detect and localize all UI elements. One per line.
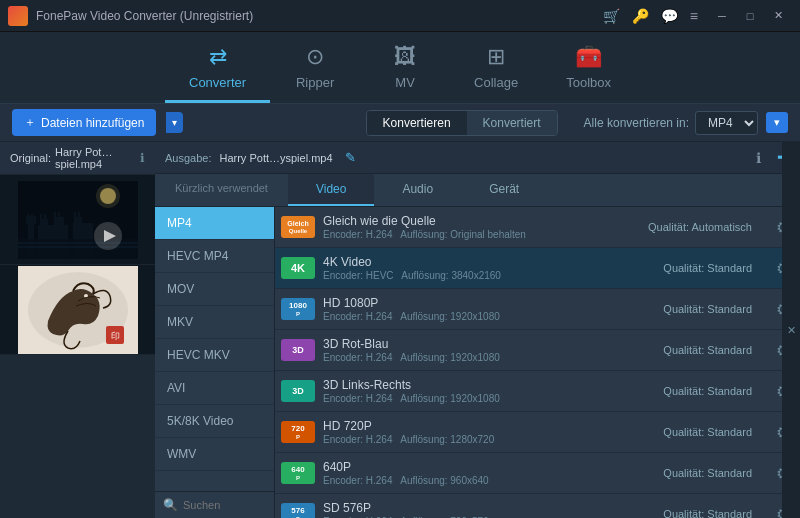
konvertieren-tab[interactable]: Konvertieren	[367, 111, 467, 135]
search-icon: 🔍	[163, 498, 178, 512]
format-badge: 4K	[281, 257, 315, 279]
output-info-icon[interactable]: ℹ	[756, 150, 761, 166]
svg-point-2	[96, 184, 120, 208]
svg-rect-13	[58, 212, 60, 218]
edit-filename-icon[interactable]: ✎	[345, 150, 356, 165]
toolbox-icon: 🧰	[575, 44, 602, 70]
panel-close-button[interactable]: ✕	[782, 142, 800, 518]
sidebar-item-mkv[interactable]: MKV	[155, 306, 274, 339]
format-option-info: HD 1080P Encoder: H.264 Auflösung: 1920x…	[323, 296, 639, 322]
format-panel: Ausgabe: Harry Pott…yspiel.mp4 ✎ ℹ ✚ Kür…	[155, 142, 800, 518]
close-button[interactable]: ✕	[764, 6, 792, 26]
konvertiert-tab[interactable]: Konvertiert	[467, 111, 557, 135]
minimize-button[interactable]: ─	[708, 6, 736, 26]
add-files-button[interactable]: ＋ Dateien hinzufügen	[12, 109, 156, 136]
audio-tab[interactable]: Audio	[374, 174, 461, 206]
search-input[interactable]	[183, 499, 275, 511]
sidebar-item-mp4[interactable]: MP4	[155, 207, 274, 240]
format-option-name: HD 1080P	[323, 296, 639, 310]
format-option-info: HD 720P Encoder: H.264 Auflösung: 1280x7…	[323, 419, 639, 445]
maximize-button[interactable]: □	[736, 6, 764, 26]
svg-rect-12	[54, 212, 56, 218]
original-file-bar: Original: Harry Pot…spiel.mp4 ℹ	[0, 142, 155, 175]
toolbar: ＋ Dateien hinzufügen ▾ Konvertieren Konv…	[0, 104, 800, 142]
tab-toolbox[interactable]: 🧰 Toolbox	[542, 44, 635, 103]
menu-icon[interactable]: ≡	[690, 8, 698, 24]
sidebar-item-mov[interactable]: MOV	[155, 273, 274, 306]
format-option-row[interactable]: 3D3D Rot-Blau Encoder: H.264 Auflösung: …	[275, 330, 800, 371]
add-files-dropdown-button[interactable]: ▾	[166, 112, 183, 133]
main-area: Original: Harry Pot…spiel.mp4 ℹ	[0, 142, 800, 518]
format-option-row[interactable]: 640P640P Encoder: H.264 Auflösung: 960x6…	[275, 453, 800, 494]
thumbnail-1[interactable]	[0, 175, 155, 265]
thumbnail-2[interactable]: 印	[0, 265, 155, 355]
format-option-name: SD 576P	[323, 501, 639, 515]
tab-converter[interactable]: ⇄ Converter	[165, 44, 270, 103]
sidebar-item-wmv[interactable]: WMV	[155, 438, 274, 471]
format-option-detail: Encoder: HEVC Auflösung: 3840x2160	[323, 270, 639, 281]
format-option-row[interactable]: 720PHD 720P Encoder: H.264 Auflösung: 12…	[275, 412, 800, 453]
device-tab[interactable]: Gerät	[461, 174, 547, 206]
format-option-info: SD 576P Encoder: H.264 Auflösung: 720x57…	[323, 501, 639, 518]
tab-mv-label: MV	[395, 75, 415, 90]
format-sidebar: MP4HEVC MP4MOVMKVHEVC MKVAVI5K/8K VideoW…	[155, 207, 275, 518]
svg-rect-16	[74, 212, 76, 218]
format-option-row[interactable]: 3D3D Links-Rechts Encoder: H.264 Auflösu…	[275, 371, 800, 412]
sidebar-item-hevc-mkv[interactable]: HEVC MKV	[155, 339, 274, 372]
collage-icon: ⊞	[487, 44, 505, 70]
tab-ripper-label: Ripper	[296, 75, 334, 90]
svg-rect-17	[78, 212, 80, 218]
svg-rect-11	[44, 214, 46, 220]
output-format-dropdown-button[interactable]: ▾	[766, 112, 788, 133]
format-list-area: MP4HEVC MP4MOVMKVHEVC MKVAVI5K/8K VideoW…	[155, 207, 800, 518]
key-icon[interactable]: 🔑	[632, 8, 649, 24]
format-option-info: 4K Video Encoder: HEVC Auflösung: 3840x2…	[323, 255, 639, 281]
video-tab[interactable]: Video	[288, 174, 374, 206]
format-badge: 576P	[281, 503, 315, 518]
tab-collage-label: Collage	[474, 75, 518, 90]
tab-converter-label: Converter	[189, 75, 246, 90]
sidebar-item-avi[interactable]: AVI	[155, 372, 274, 405]
output-format-select[interactable]: MP4	[695, 111, 758, 135]
output-filename: Harry Pott…yspiel.mp4	[219, 152, 332, 164]
info-icon: ℹ	[140, 151, 145, 165]
cart-icon[interactable]: 🛒	[603, 8, 620, 24]
close-x-icon: ✕	[787, 324, 796, 337]
format-option-info: 3D Links-Rechts Encoder: H.264 Auflösung…	[323, 378, 639, 404]
format-option-info: Gleich wie die Quelle Encoder: H.264 Auf…	[323, 214, 624, 240]
format-option-detail: Encoder: H.264 Auflösung: Original behal…	[323, 229, 624, 240]
format-option-name: 640P	[323, 460, 639, 474]
format-option-name: Gleich wie die Quelle	[323, 214, 624, 228]
sidebar-item-5k/8k-video[interactable]: 5K/8K Video	[155, 405, 274, 438]
mv-icon: 🖼	[394, 44, 416, 70]
chat-icon[interactable]: 💬	[661, 8, 678, 24]
alle-konvertieren-label: Alle konvertieren in:	[584, 116, 689, 130]
tab-mv[interactable]: 🖼 MV	[360, 44, 450, 103]
format-badge: 1080P	[281, 298, 315, 320]
ripper-icon: ⊙	[306, 44, 324, 70]
converter-icon: ⇄	[209, 44, 227, 70]
thumb-2-image: 印	[18, 266, 138, 354]
format-option-name: HD 720P	[323, 419, 639, 433]
format-option-row[interactable]: GleichQuelleGleich wie die Quelle Encode…	[275, 207, 800, 248]
recently-used-tab[interactable]: Kürzlich verwendet	[155, 174, 288, 206]
format-type-tabs: Kürzlich verwendet Video Audio Gerät	[155, 174, 800, 207]
format-option-row[interactable]: 1080PHD 1080P Encoder: H.264 Auflösung: …	[275, 289, 800, 330]
alle-konvertieren-section: Alle konvertieren in: MP4 ▾	[584, 111, 788, 135]
format-option-row[interactable]: 576PSD 576P Encoder: H.264 Auflösung: 72…	[275, 494, 800, 518]
format-option-detail: Encoder: H.264 Auflösung: 1920x1080	[323, 352, 639, 363]
format-option-detail: Encoder: H.264 Auflösung: 1280x720	[323, 434, 639, 445]
tab-ripper[interactable]: ⊙ Ripper	[270, 44, 360, 103]
format-option-quality: Qualität: Standard	[663, 508, 752, 518]
format-option-detail: Encoder: H.264 Auflösung: 1920x1080	[323, 393, 639, 404]
output-file-header: Ausgabe: Harry Pott…yspiel.mp4 ✎ ℹ ✚	[155, 142, 800, 174]
window-controls: ─ □ ✕	[708, 6, 792, 26]
format-option-info: 3D Rot-Blau Encoder: H.264 Auflösung: 19…	[323, 337, 639, 363]
format-option-quality: Qualität: Standard	[663, 303, 752, 315]
app-title: FonePaw Video Converter (Unregistriert)	[36, 9, 603, 23]
format-option-name: 4K Video	[323, 255, 639, 269]
sidebar-item-hevc-mp4[interactable]: HEVC MP4	[155, 240, 274, 273]
tab-collage[interactable]: ⊞ Collage	[450, 44, 542, 103]
format-option-row[interactable]: 4K4K Video Encoder: HEVC Auflösung: 3840…	[275, 248, 800, 289]
format-option-quality: Qualität: Standard	[663, 262, 752, 274]
